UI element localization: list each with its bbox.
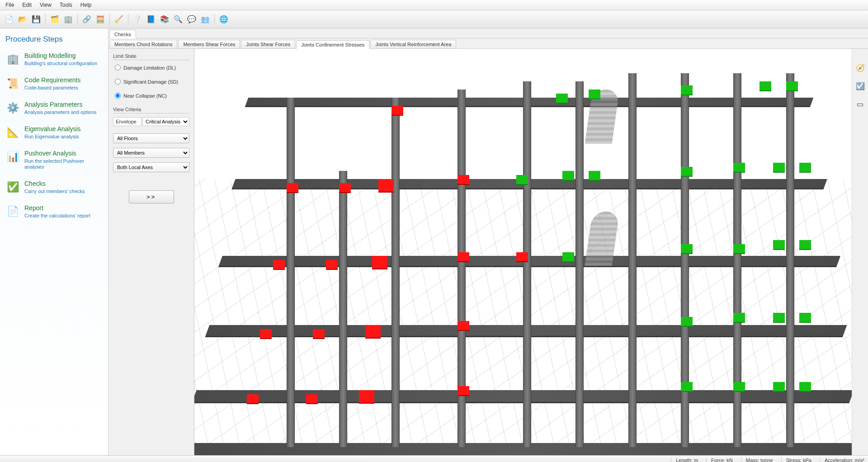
tab-checks[interactable]: Checks — [109, 30, 136, 38]
pushover-step-icon: 📊 — [5, 150, 20, 164]
tabs-top: Checks — [108, 28, 868, 38]
status-force: Force: kN — [706, 457, 733, 462]
step-code-requirements[interactable]: 📜 Code Requirements Code-based parameter… — [5, 76, 103, 91]
model-icon[interactable]: 🔗 — [80, 13, 93, 26]
radio-nc-label: Near Collapse (NC) — [123, 93, 167, 99]
step-desc: Analysis parameters and options — [24, 109, 97, 115]
step-desc: Run Eigenvalue analysis — [24, 134, 81, 140]
save-icon[interactable]: 💾 — [30, 13, 42, 26]
chat-icon[interactable]: 💬 — [185, 13, 198, 26]
step-title: Pushover Analysis — [24, 150, 103, 157]
menu-edit[interactable]: Edit — [19, 1, 35, 9]
step-desc: Carry out members' checks — [24, 189, 85, 194]
axes-select[interactable]: Both Local Axes — [113, 162, 189, 172]
menu-file[interactable]: File — [2, 1, 18, 9]
menu-help[interactable]: Help — [77, 1, 95, 9]
envelope-label: Envelope — [113, 117, 142, 126]
calc-icon[interactable]: 🧮 — [94, 13, 107, 26]
step-title: Eigenvalue Analysis — [24, 125, 81, 133]
step-title: Checks — [24, 180, 85, 188]
step-desc: Code-based parameters — [24, 85, 81, 91]
radio-nc[interactable]: Near Collapse (NC) — [115, 93, 189, 99]
search-icon[interactable]: 🔍 — [172, 13, 184, 26]
checks-step-icon: ✅ — [5, 180, 20, 194]
step-desc: Create the calculations' report — [24, 213, 90, 219]
statusbar: Length: m Force: kN Mass: tonne Stress: … — [0, 455, 868, 462]
step-desc: Building's structural configuration — [24, 61, 97, 66]
sidebar-title: Procedure Steps — [5, 35, 103, 44]
report-step-icon: 📄 — [5, 204, 20, 219]
subtab-chord-rotations[interactable]: Members Chord Rotations — [109, 40, 177, 48]
structure-model — [194, 49, 852, 455]
building-icon[interactable]: 🏢 — [62, 13, 75, 26]
step-building-modelling[interactable]: 🏢 Building Modelling Building's structur… — [5, 52, 103, 66]
menubar: File Edit View Tools Help — [0, 0, 868, 10]
options-panel: Limit State Damage Limitation (DL) Signi… — [108, 49, 194, 455]
radio-sd-label: Significant Damage (SD) — [123, 79, 178, 85]
forum-icon[interactable]: 👥 — [199, 13, 212, 26]
status-length: Length: m — [671, 457, 698, 462]
floors-select[interactable]: All Floors — [113, 133, 189, 143]
help-icon[interactable]: ❔ — [131, 13, 144, 26]
eigen-step-icon: 📐 — [5, 125, 20, 140]
tutorial-icon[interactable]: 📚 — [158, 13, 171, 26]
status-accel: Acceleration: m/s² — [820, 457, 864, 462]
params-step-icon: ⚙️ — [5, 101, 20, 115]
open-icon[interactable]: 📂 — [16, 13, 29, 26]
analysis-select[interactable]: Critical Analysis — [142, 117, 189, 126]
step-eigenvalue-analysis[interactable]: 📐 Eigenvalue Analysis Run Eigenvalue ana… — [5, 125, 103, 140]
step-report[interactable]: 📄 Report Create the calculations' report — [5, 204, 103, 219]
step-title: Analysis Parameters — [24, 101, 97, 108]
sidebar: Procedure Steps 🏢 Building Modelling Bui… — [0, 28, 108, 455]
content: Checks Members Chord Rotations Members S… — [108, 28, 868, 455]
menu-view[interactable]: View — [36, 1, 55, 9]
subtab-joints-shear[interactable]: Joints Shear Forces — [241, 40, 295, 48]
step-analysis-parameters[interactable]: ⚙️ Analysis Parameters Analysis paramete… — [5, 101, 103, 115]
step-title: Report — [24, 204, 90, 212]
erase-icon[interactable]: 🧹 — [113, 13, 125, 26]
step-checks[interactable]: ✅ Checks Carry out members' checks — [5, 180, 103, 194]
step-desc: Run the selected Pushover analyses — [24, 158, 103, 170]
code-step-icon: 📜 — [5, 76, 20, 91]
go-button[interactable]: >> — [129, 190, 174, 203]
radio-sd[interactable]: Significant Damage (SD) — [115, 79, 189, 85]
menu-tools[interactable]: Tools — [56, 1, 76, 9]
building-step-icon: 🏢 — [5, 52, 20, 66]
radio-dl-label: Damage Limitation (DL) — [123, 65, 176, 71]
axes-icon[interactable]: 🧭 — [855, 62, 866, 73]
section-icon[interactable]: 🗂️ — [48, 13, 61, 26]
web-icon[interactable]: 🌐 — [217, 13, 230, 26]
viewport-3d[interactable] — [194, 49, 852, 455]
limit-state-label: Limit State — [113, 53, 189, 60]
subtab-joints-confinement[interactable]: Joints Confinement Stresses — [296, 40, 369, 49]
step-pushover-analysis[interactable]: 📊 Pushover Analysis Run the selected Pus… — [5, 150, 103, 170]
status-stress: Stress: kPa — [781, 457, 811, 462]
new-icon[interactable]: 📄 — [3, 13, 15, 26]
frame-icon[interactable]: ▭ — [855, 99, 866, 109]
main-area: Procedure Steps 🏢 Building Modelling Bui… — [0, 28, 868, 455]
subtabs: Members Chord Rotations Members Shear Fo… — [108, 38, 868, 49]
status-mass: Mass: tonne — [741, 457, 773, 462]
subtab-joints-vertical-reinf[interactable]: Joints Vertical Reinforcement Area — [370, 40, 456, 48]
subtab-shear-forces[interactable]: Members Shear Forces — [178, 40, 240, 48]
members-select[interactable]: All Members — [113, 148, 189, 158]
toolbar: 📄 📂 💾 🗂️ 🏢 🔗 🧮 🧹 ❔ 📘 📚 🔍 💬 👥 🌐 — [0, 10, 868, 28]
radio-dl[interactable]: Damage Limitation (DL) — [115, 65, 189, 71]
manual-icon[interactable]: 📘 — [145, 13, 157, 26]
view-criteria-label: View Criteria — [113, 107, 189, 113]
step-title: Code Requirements — [24, 76, 81, 84]
right-tool-strip: 🧭 ☑️ ▭ — [852, 49, 868, 455]
step-title: Building Modelling — [24, 52, 97, 60]
checklist-icon[interactable]: ☑️ — [855, 80, 866, 91]
